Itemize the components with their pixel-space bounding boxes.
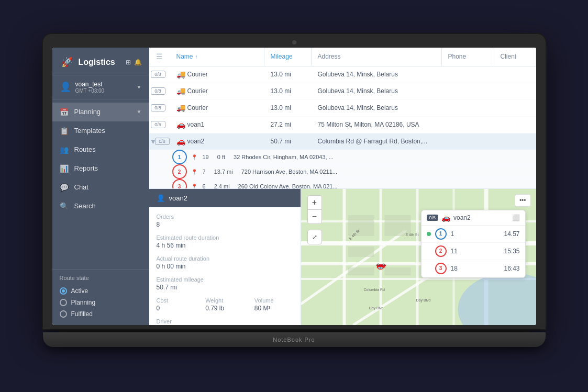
actual-duration-label: Actual route duration bbox=[157, 255, 293, 262]
sub-row-address: 720 Harrison Ave, Boston, MA 0211... bbox=[237, 169, 341, 175]
expand-icon: ⤢ bbox=[312, 233, 317, 241]
menu-dots-icon: ••• bbox=[519, 197, 526, 204]
main-content: ☰ Name ↑ Mileage Address Phone bbox=[149, 48, 536, 325]
app-logo: 🚀 bbox=[60, 55, 74, 70]
row-mileage: 13.0 mi bbox=[264, 66, 312, 83]
row-mileage: 27.2 mi bbox=[264, 117, 312, 133]
route-option-planning-label: Planning bbox=[71, 299, 96, 306]
laptop-wrapper: 🚀 Logistics ⊞ 🔔 👤 voan_test GMT +03:00 ▼ bbox=[43, 34, 546, 359]
sub-row-pin: 7 bbox=[198, 169, 210, 175]
route-option-active[interactable]: Active bbox=[60, 285, 142, 297]
sidebar-item-label-chat: Chat bbox=[74, 183, 142, 191]
table-row[interactable]: 0/8 🚚 Courier 13.0 mi Golubeva 14, Minsk… bbox=[149, 66, 536, 83]
est-duration-value: 4 h 56 min bbox=[157, 242, 293, 249]
weight-label: Weight bbox=[205, 297, 244, 304]
planning-icon: 📅 bbox=[60, 107, 69, 117]
row-address: 75 Milton St, Milton, MA 02186, USA bbox=[312, 117, 442, 133]
table-row[interactable]: 0/5 🚗 voan1 27.2 mi 75 Milton St, Milton… bbox=[149, 117, 536, 133]
est-mileage-value: 50.7 mi bbox=[157, 284, 293, 291]
est-duration-field: Estimated route duration 4 h 56 min bbox=[157, 234, 293, 249]
svg-text:E 4th St: E 4th St bbox=[405, 233, 418, 237]
sidebar-item-routes[interactable]: 👥 Routes bbox=[52, 140, 149, 159]
sidebar: 🚀 Logistics ⊞ 🔔 👤 voan_test GMT +03:00 ▼ bbox=[52, 48, 149, 325]
sub-row[interactable]: 1 📍 19 0 ft 32 Rhodes Cir, Hingham, MA 0… bbox=[149, 150, 536, 165]
orders-field: Orders 8 bbox=[157, 214, 293, 228]
map-controls: + − bbox=[307, 195, 322, 224]
sub-row-pin: 6 bbox=[198, 183, 210, 189]
sidebar-item-label-routes: Routes bbox=[74, 145, 142, 153]
sidebar-item-templates[interactable]: 📋 Templates bbox=[52, 121, 149, 140]
zoom-out-button[interactable]: − bbox=[307, 209, 322, 224]
row-name-text: voan1 bbox=[187, 121, 205, 128]
svg-text:Columbia Rd: Columbia Rd bbox=[363, 288, 385, 292]
grid-icon[interactable]: ⊞ bbox=[126, 59, 131, 66]
col-header-name[interactable]: Name ↑ bbox=[170, 48, 264, 66]
map-menu-button[interactable]: ••• bbox=[515, 194, 531, 207]
row-name: 🚚 Courier bbox=[170, 66, 264, 83]
radio-active bbox=[60, 287, 67, 295]
sub-row[interactable]: 2 📍 7 13.7 mi 720 Harrison Ave, Boston, … bbox=[149, 165, 536, 180]
sidebar-item-planning[interactable]: 📅 Planning ▼ bbox=[52, 103, 149, 121]
sidebar-item-chat[interactable]: 💬 Chat bbox=[52, 178, 149, 197]
row-phone bbox=[442, 66, 494, 83]
detail-body: Orders 8 Estimated route duration 4 h 56… bbox=[149, 207, 301, 325]
pin-icon: 📍 bbox=[191, 169, 197, 175]
svg-rect-15 bbox=[348, 247, 374, 257]
zoom-in-button[interactable]: + bbox=[307, 195, 322, 210]
table-row[interactable]: 0/8 🚚 Courier 13.0 mi Golubeva 14, Minsk… bbox=[149, 83, 536, 100]
popup-row[interactable]: 1 1 14.57 bbox=[421, 226, 525, 243]
popup-time: 15:35 bbox=[504, 248, 519, 255]
sub-row-mileage: 0 ft bbox=[213, 154, 229, 160]
route-option-fulfilled[interactable]: Fulfilled bbox=[60, 308, 142, 320]
row-phone bbox=[442, 100, 494, 116]
popup-order-num: 18 bbox=[451, 265, 500, 272]
row-name-text: Courier bbox=[187, 71, 208, 78]
user-chevron-icon: ▼ bbox=[137, 84, 142, 90]
sidebar-item-search[interactable]: 🔍 Search bbox=[52, 197, 149, 216]
orders-label: Orders bbox=[157, 214, 293, 220]
row-name: 🚚 Courier bbox=[170, 83, 264, 99]
actual-duration-field: Actual route duration 0 h 00 min bbox=[157, 255, 293, 270]
col-phone-label: Phone bbox=[448, 53, 467, 60]
col-header-client[interactable]: Client bbox=[494, 48, 536, 66]
row-address: Golubeva 14, Minsk, Belarus bbox=[312, 83, 442, 99]
table-menu-icon[interactable]: ☰ bbox=[149, 52, 170, 61]
cost-weight-volume-row: Cost 0 Weight 0.79 lb Volume 80 M³ bbox=[157, 297, 293, 312]
col-header-address[interactable]: Address bbox=[312, 48, 442, 66]
user-name: voan_test bbox=[75, 81, 132, 88]
est-mileage-label: Estimated mileage bbox=[157, 276, 293, 283]
svg-rect-7 bbox=[416, 189, 418, 325]
sub-row[interactable]: 3 📍 6 2.4 mi 260 Old Colony Ave, Boston,… bbox=[149, 180, 536, 189]
sidebar-item-label-search: Search bbox=[74, 202, 142, 210]
bell-icon[interactable]: 🔔 bbox=[134, 59, 142, 66]
car-on-map-icon: 🚗 bbox=[376, 263, 386, 273]
sidebar-item-label-reports: Reports bbox=[74, 164, 142, 172]
popup-row[interactable]: 2 11 15:35 bbox=[421, 243, 525, 260]
sidebar-user[interactable]: 👤 voan_test GMT +03:00 ▼ bbox=[52, 75, 149, 99]
vehicle-icon: 🚗 bbox=[176, 120, 185, 129]
row-address: Columbia Rd @ Farragut Rd, Boston,... bbox=[312, 133, 442, 150]
status-dot-active bbox=[427, 232, 431, 236]
row-phone bbox=[442, 133, 494, 150]
app-title: Logistics bbox=[79, 58, 115, 67]
row-client bbox=[494, 133, 536, 150]
popup-row[interactable]: 3 18 16:43 bbox=[421, 260, 525, 277]
table-row[interactable]: 0/8 🚚 Courier 13.0 mi Golubeva 14, Minsk… bbox=[149, 100, 536, 117]
map-expand-button[interactable]: ⤢ bbox=[307, 230, 322, 244]
route-option-planning[interactable]: Planning bbox=[60, 297, 142, 308]
popup-time: 16:43 bbox=[504, 265, 519, 272]
row-address: Golubeva 14, Minsk, Belarus bbox=[312, 100, 442, 116]
col-header-mileage[interactable]: Mileage bbox=[264, 48, 312, 66]
sub-row-number: 3 bbox=[172, 179, 187, 189]
row-badge-col: 0/8 bbox=[149, 104, 170, 111]
popup-expand-icon[interactable]: ⬜ bbox=[512, 214, 520, 221]
row-badge-col: 0/8 bbox=[149, 87, 170, 95]
laptop-brand-label: NoteBook Pro bbox=[273, 337, 315, 343]
row-name-text: Courier bbox=[187, 104, 208, 111]
detail-vehicle-icon: 👤 bbox=[157, 194, 165, 202]
col-mileage-label: Mileage bbox=[271, 53, 293, 60]
row-name-text: voan2 bbox=[187, 138, 205, 145]
table-row-expanded[interactable]: ▼ 0/8 🚗 voan2 50.7 mi Columbia Rd @ Farr… bbox=[149, 133, 536, 150]
col-header-phone[interactable]: Phone bbox=[442, 48, 494, 66]
sidebar-item-reports[interactable]: 📊 Reports bbox=[52, 159, 149, 178]
